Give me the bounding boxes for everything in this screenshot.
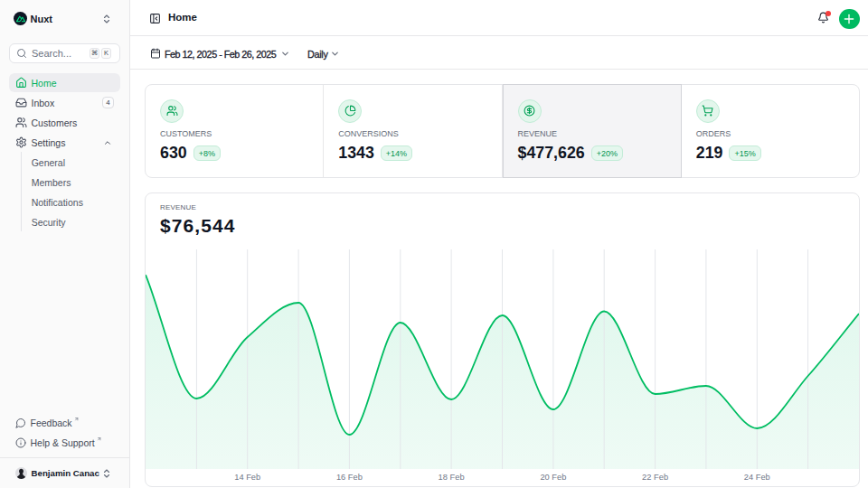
- svg-text:14 Feb: 14 Feb: [234, 472, 260, 481]
- svg-text:20 Feb: 20 Feb: [540, 472, 566, 481]
- svg-text:24 Feb: 24 Feb: [744, 472, 770, 481]
- svg-text:16 Feb: 16 Feb: [336, 472, 363, 481]
- svg-text:22 Feb: 22 Feb: [642, 472, 668, 481]
- svg-text:18 Feb: 18 Feb: [439, 472, 465, 481]
